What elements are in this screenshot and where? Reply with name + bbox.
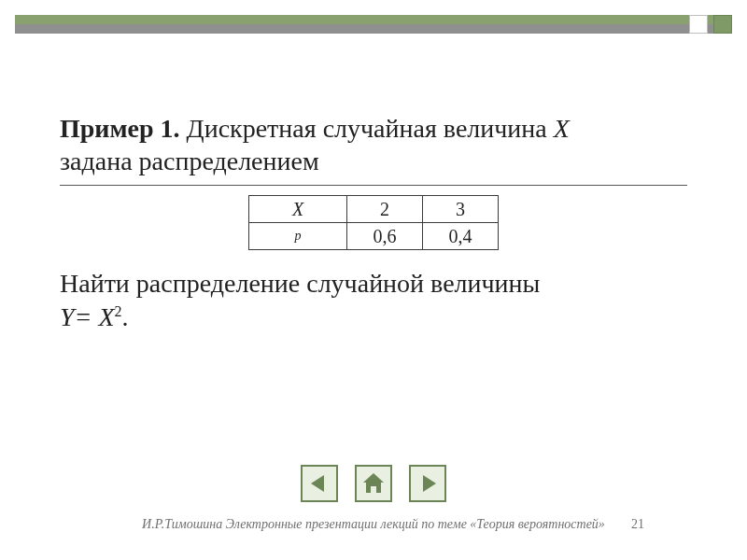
page-number: 21 (631, 517, 644, 532)
table-row: X 2 3 (249, 196, 499, 223)
task-text: Найти распределение случайной величины Y… (60, 267, 687, 335)
distribution-table: X 2 3 p 0,6 0,4 (248, 195, 499, 250)
heading-rest1: Дискретная случайная величина (180, 114, 554, 143)
task-eq-left: Y= X (60, 302, 115, 331)
home-icon (360, 470, 387, 497)
prev-button[interactable] (301, 465, 338, 502)
nav-buttons (0, 465, 747, 502)
slide: Пример 1. Дискретная случайная величина … (0, 0, 747, 560)
row-label-x: X (249, 196, 347, 223)
heading-rv: X (554, 114, 570, 143)
svg-marker-2 (423, 475, 436, 492)
heading-rest2: задана распределением (60, 147, 319, 175)
content-area: Пример 1. Дискретная случайная величина … (60, 112, 687, 335)
next-button[interactable] (409, 465, 446, 502)
task-line1: Найти распределение случайной величины (60, 269, 540, 298)
table-row: p 0,6 0,4 (249, 223, 499, 250)
corner-box-empty (689, 15, 708, 34)
header-bar-gray (15, 24, 732, 34)
heading-bold: Пример 1. (60, 114, 180, 143)
arrow-right-icon (416, 471, 440, 496)
home-button[interactable] (355, 465, 392, 502)
corner-box-green (713, 15, 732, 34)
table-cell: 0,4 (423, 223, 499, 250)
task-eq-sup: 2 (115, 303, 122, 319)
svg-marker-0 (311, 475, 324, 492)
svg-marker-1 (363, 473, 384, 493)
header-bar-green (15, 15, 732, 24)
header-bars (15, 15, 732, 34)
example-heading: Пример 1. Дискретная случайная величина … (60, 112, 687, 186)
row-label-p: p (249, 223, 347, 250)
corner-boxes (689, 15, 732, 34)
table-cell: 2 (347, 196, 423, 223)
arrow-left-icon (307, 471, 331, 496)
table-cell: 3 (423, 196, 499, 223)
task-eq-end: . (122, 302, 129, 331)
table-cell: 0,6 (347, 223, 423, 250)
